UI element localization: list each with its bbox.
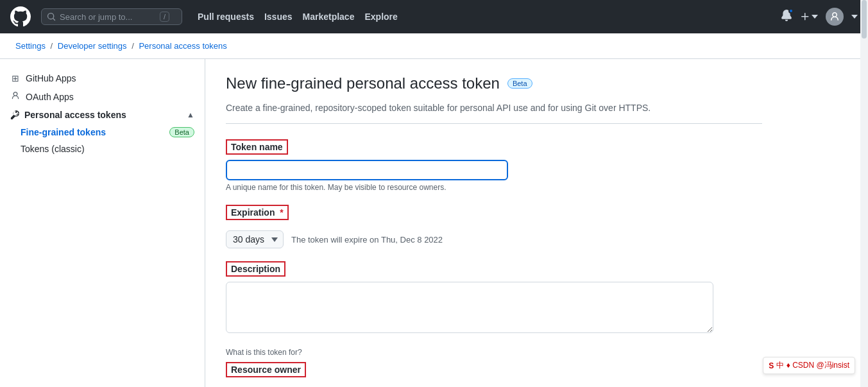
description-section: Description (226, 261, 762, 335)
expiration-label: Expiration * (226, 205, 289, 220)
fine-grained-label: Fine-grained tokens (21, 127, 106, 137)
nav-pull-requests[interactable]: Pull requests (198, 12, 254, 22)
sidebar-label-oauth-apps: OAuth Apps (26, 92, 74, 102)
token-name-hint: A unique name for this token. May be vis… (226, 183, 762, 192)
notification-dot (788, 8, 794, 13)
user-avatar[interactable] (826, 8, 844, 26)
slash-key-badge: / (160, 12, 169, 22)
nav-issues[interactable]: Issues (264, 12, 293, 22)
notifications-button[interactable] (781, 10, 792, 24)
top-navigation: / Pull requests Issues Marketplace Explo… (0, 0, 868, 33)
chevron-up-icon: ▲ (187, 110, 194, 119)
sidebar-section-pat-label: Personal access tokens (10, 110, 126, 120)
fine-grained-beta-badge: Beta (169, 127, 194, 137)
search-bar[interactable]: / (41, 8, 182, 25)
breadcrumb-settings[interactable]: Settings (15, 41, 46, 51)
person-icon (10, 91, 21, 102)
sidebar: ⊞ GitHub Apps OAuth Apps Personal access… (0, 59, 205, 387)
required-marker: * (280, 207, 283, 218)
sidebar-item-fine-grained[interactable]: Fine-grained tokens Beta (21, 124, 205, 141)
search-icon (47, 12, 56, 21)
resource-owner-hint: What is this token for? (226, 348, 762, 357)
token-name-label: Token name (226, 139, 288, 155)
resource-owner-section: What is this token for? Resource owner f… (226, 348, 762, 387)
add-button[interactable] (800, 12, 818, 22)
expiry-date-hint: The token will expire on Thu, Dec 8 2022 (291, 235, 443, 245)
sidebar-sub-pat: Fine-grained tokens Beta Tokens (classic… (0, 124, 205, 157)
sidebar-item-classic[interactable]: Tokens (classic) (21, 141, 205, 157)
page-title-row: New fine-grained personal access token B… (226, 74, 762, 92)
sidebar-section-pat[interactable]: Personal access tokens ▲ (0, 106, 205, 124)
page-title: New fine-grained personal access token (226, 74, 500, 92)
csdn-text: 中 ♦ CSDN @冯insist (776, 360, 849, 371)
nav-marketplace[interactable]: Marketplace (303, 12, 355, 22)
token-name-section: Token name token_for_commit_code A uniqu… (226, 139, 762, 192)
page-description: Create a fine-grained, repository-scoped… (226, 103, 762, 124)
description-input[interactable] (226, 282, 713, 333)
key-icon (10, 110, 19, 119)
sidebar-item-github-apps[interactable]: ⊞ GitHub Apps (0, 69, 205, 87)
github-logo[interactable] (10, 6, 31, 27)
csdn-watermark: S 中 ♦ CSDN @冯insist (763, 357, 855, 374)
resource-owner-label: Resource owner (226, 362, 306, 377)
topnav-right-section (781, 8, 858, 26)
expiration-row: 7 days 30 days 60 days 90 days Custom Th… (226, 230, 762, 248)
scrollbar-track[interactable] (860, 0, 868, 387)
main-content: New fine-grained personal access token B… (205, 59, 783, 387)
sidebar-label-github-apps: GitHub Apps (26, 73, 76, 83)
scrollbar-thumb[interactable] (862, 0, 867, 39)
breadcrumb-pat[interactable]: Personal access tokens (139, 41, 226, 51)
token-name-input[interactable]: token_for_commit_code (226, 160, 508, 180)
main-layout: ⊞ GitHub Apps OAuth Apps Personal access… (0, 59, 868, 387)
page-header: New fine-grained personal access token B… (226, 74, 762, 92)
search-input[interactable] (60, 12, 156, 22)
description-label: Description (226, 261, 285, 277)
breadcrumb: Settings / Developer settings / Personal… (0, 33, 868, 59)
user-menu-chevron[interactable] (851, 13, 858, 20)
classic-label: Tokens (classic) (21, 144, 85, 154)
expiration-select[interactable]: 7 days 30 days 60 days 90 days Custom (226, 230, 284, 248)
nav-links: Pull requests Issues Marketplace Explore (198, 12, 398, 22)
breadcrumb-developer-settings[interactable]: Developer settings (58, 41, 127, 51)
sidebar-pat-label: Personal access tokens (24, 110, 126, 120)
nav-explore[interactable]: Explore (364, 12, 397, 22)
page-beta-badge: Beta (507, 78, 532, 89)
grid-icon: ⊞ (10, 73, 21, 83)
expiration-section: Expiration * 7 days 30 days 60 days 90 d… (226, 205, 762, 248)
sidebar-item-oauth-apps[interactable]: OAuth Apps (0, 87, 205, 106)
